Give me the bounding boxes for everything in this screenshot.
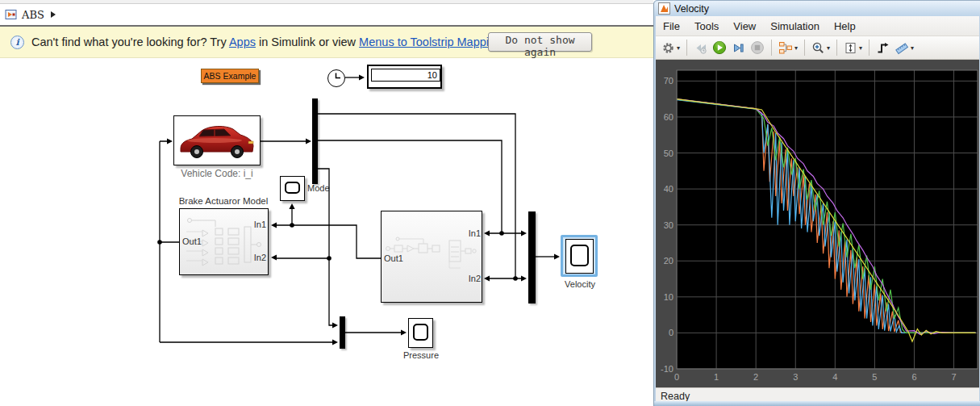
- toolbar-separator: [686, 40, 687, 56]
- breadcrumb-model-name[interactable]: ABS: [22, 9, 44, 21]
- trigger-button[interactable]: [874, 40, 891, 57]
- svg-text:2: 2: [753, 372, 758, 382]
- scope-plot-area: -1001020304050607001234567: [656, 60, 979, 387]
- stop-button[interactable]: [749, 39, 766, 57]
- rewind-button[interactable]: [692, 40, 709, 57]
- gear-icon: [661, 41, 675, 55]
- svg-text:-10: -10: [661, 364, 673, 374]
- toolbar-separator: [804, 40, 805, 56]
- dropdown-caret-icon: ▾: [859, 44, 862, 52]
- simulink-model-icon: [5, 8, 18, 21]
- notification-text: Can't find what you're looking for? Try …: [31, 36, 505, 48]
- svg-text:6: 6: [911, 372, 916, 382]
- velocity-mux-bar[interactable]: [528, 211, 536, 303]
- menu-help[interactable]: Help: [827, 18, 863, 35]
- apps-link[interactable]: Apps: [229, 36, 256, 48]
- play-icon: [712, 40, 727, 55]
- svg-text:20: 20: [664, 256, 673, 266]
- svg-text:1: 1: [714, 372, 719, 382]
- scope-menu-bar: File Tools View Simulation Help: [656, 16, 979, 36]
- scope-title-bar: Velocity: [654, 1, 980, 16]
- status-text: Ready: [661, 391, 690, 402]
- measure-button[interactable]: ▾: [893, 40, 915, 57]
- vehicle-block-caption: Vehicle Code: i_i: [172, 168, 262, 179]
- brake-port-in1: In1: [254, 220, 266, 229]
- do-not-show-again-button[interactable]: Do not show again: [488, 32, 592, 52]
- run-button[interactable]: [711, 39, 728, 57]
- velocity-scope-block[interactable]: [565, 239, 594, 274]
- svg-text:5: 5: [872, 372, 877, 382]
- svg-text:0: 0: [674, 372, 679, 382]
- toolbar-separator: [869, 40, 869, 56]
- signal-wires: [0, 0, 653, 406]
- velocity-scope-caption: Velocity: [561, 279, 599, 289]
- svg-text:3: 3: [793, 372, 798, 382]
- pressure-scope-caption: Pressure: [400, 350, 442, 360]
- mode-scope-block[interactable]: [280, 176, 305, 201]
- menu-tools[interactable]: Tools: [687, 18, 726, 35]
- settings-button[interactable]: ▾: [660, 40, 682, 57]
- menu-view[interactable]: View: [726, 18, 763, 35]
- dropdown-caret-icon: ▾: [794, 44, 798, 52]
- scope-window-title: Velocity: [674, 3, 709, 15]
- notification-bar: i Can't find what you're looking for? Tr…: [0, 27, 653, 58]
- svg-text:30: 30: [664, 220, 673, 230]
- blocks-icon: [778, 41, 793, 55]
- stop-icon: [750, 40, 765, 55]
- step-forward-icon: [732, 41, 745, 55]
- scope-client-area: File Tools View Simulation Help ▾: [656, 16, 979, 402]
- scope-screen-icon: [413, 324, 428, 341]
- controller-port-out1: Out1: [384, 253, 403, 263]
- svg-text:60: 60: [664, 112, 673, 122]
- pressure-mux-bar[interactable]: [340, 316, 345, 349]
- dropdown-caret-icon: ▾: [677, 44, 680, 52]
- vehicle-block[interactable]: [173, 115, 261, 165]
- trigger-icon: [876, 41, 890, 55]
- info-icon: i: [10, 36, 24, 49]
- fit-to-view-icon: [844, 41, 857, 55]
- ruler-icon: [895, 41, 909, 55]
- notification-prefix: Can't find what you're looking for? Try: [31, 36, 229, 48]
- menu-file[interactable]: File: [656, 18, 687, 35]
- abs-example-annotation[interactable]: ABS Example: [201, 69, 259, 83]
- step-forward-button[interactable]: [730, 40, 747, 57]
- fit-to-view-button[interactable]: ▾: [842, 40, 864, 57]
- breadcrumb-arrow-icon[interactable]: [51, 11, 56, 18]
- scope-window-bottom-frame: [654, 401, 980, 406]
- breadcrumb: ABS: [0, 4, 653, 27]
- display-value: 10: [371, 69, 440, 82]
- svg-text:40: 40: [664, 184, 673, 194]
- velocity-scope-window: Velocity File Tools View Simulation Help…: [653, 0, 980, 406]
- clock-block[interactable]: [327, 69, 345, 87]
- scope-plot: -1001020304050607001234567: [656, 60, 980, 387]
- rewind-clock-icon: [694, 41, 707, 55]
- toolbar-separator: [836, 40, 837, 56]
- svg-text:7: 7: [951, 372, 956, 382]
- zoom-button[interactable]: ▾: [810, 40, 832, 57]
- mode-scope-caption: Mode: [307, 183, 330, 193]
- pressure-scope-block[interactable]: [408, 318, 433, 348]
- notification-middle: in Simulink or view: [256, 36, 359, 48]
- simulink-editor: ABS i Can't find what you're looking for…: [0, 0, 653, 406]
- scope-toolbar: ▾: [656, 36, 979, 60]
- scope-screen-icon: [285, 182, 300, 194]
- clock-icon: [328, 70, 344, 86]
- scope-window-icon: [658, 2, 670, 15]
- car-image: [174, 116, 258, 163]
- brake-subsystem-title: Brake Actuaror Model: [171, 196, 276, 206]
- brake-port-out1: Out1: [182, 236, 202, 246]
- svg-text:10: 10: [664, 292, 673, 302]
- zoom-in-icon: [811, 41, 825, 55]
- menus-toolstrip-mapping-link[interactable]: Menus to Toolstrip Mapping: [359, 36, 502, 48]
- brake-port-in2: In2: [254, 253, 266, 262]
- simulink-blocks-button[interactable]: ▾: [777, 40, 799, 57]
- controller-port-in1: In1: [469, 228, 481, 238]
- scope-screen-icon: [570, 245, 589, 266]
- demux-bar[interactable]: [312, 98, 318, 184]
- menu-simulation[interactable]: Simulation: [763, 18, 827, 35]
- svg-text:70: 70: [664, 76, 673, 86]
- display-block[interactable]: 10: [367, 65, 442, 89]
- svg-text:50: 50: [664, 149, 673, 158]
- dropdown-caret-icon: ▾: [911, 44, 914, 52]
- svg-text:4: 4: [832, 372, 837, 382]
